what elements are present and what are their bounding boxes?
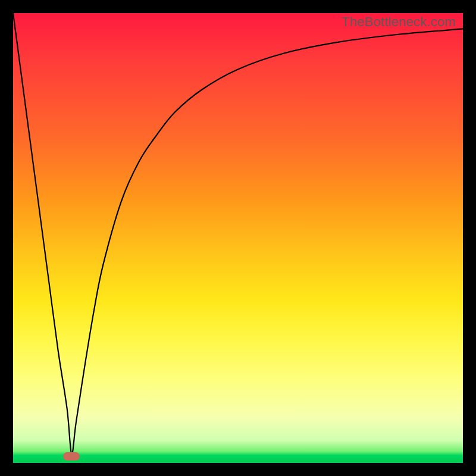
bottleneck-curve [13,13,463,463]
curve-path [13,13,463,454]
watermark-text: TheBottleneck.com [342,14,456,30]
optimum-marker [63,452,80,461]
chart-frame: TheBottleneck.com [0,0,476,476]
plot-area: TheBottleneck.com [13,13,463,463]
